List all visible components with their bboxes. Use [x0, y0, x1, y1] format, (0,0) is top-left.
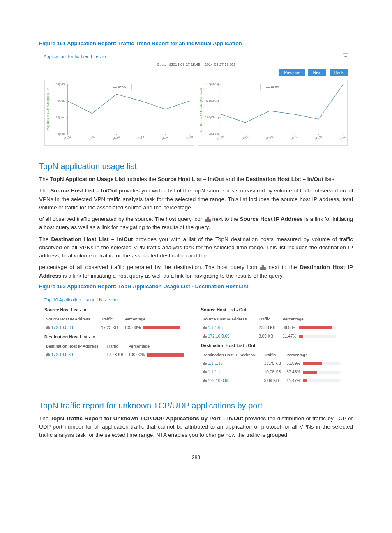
chart-panel-title: Application Traffic Trend - echo — [44, 54, 106, 59]
svg-text:60(bps): 60(bps) — [56, 83, 66, 86]
topn-app-p3: of all observed traffic generated by the… — [39, 215, 353, 232]
svg-text:0.15(Kbps): 0.15(Kbps) — [205, 83, 219, 86]
svg-text:16:00: 16:00 — [241, 135, 249, 140]
host-query-icon[interactable] — [203, 370, 207, 373]
svg-text:0.05(Kbps): 0.05(Kbps) — [205, 116, 219, 119]
table-panel-title: Top 10 Application Usage List - echo — [39, 294, 353, 305]
host-query-icon[interactable] — [203, 379, 207, 382]
svg-text:16:20: 16:20 — [137, 135, 145, 140]
svg-text:0.1(Kbps): 0.1(Kbps) — [206, 99, 219, 102]
host-query-icon[interactable] — [46, 326, 50, 329]
table-row: 172.10.0.69 17.23 KB 100.00% — [44, 350, 191, 359]
svg-text:Avg. Rate in 10 Minutes(bps)—I: Avg. Rate in 10 Minutes(bps)—In — [46, 88, 50, 131]
svg-text:16:40: 16:40 — [339, 135, 347, 140]
ip-link[interactable]: 172.10.0.69 — [51, 352, 73, 357]
table-row: 1.1.1.35 13.75 KB 51.09% — [201, 359, 348, 368]
dst-out-title: Destination Host List - Out — [201, 343, 348, 348]
svg-text:16:10: 16:10 — [112, 135, 120, 140]
host-query-icon[interactable] — [205, 217, 211, 222]
svg-text:16:30: 16:30 — [161, 135, 169, 140]
host-query-icon[interactable] — [260, 265, 266, 270]
src-out-table: Source Host IP AddressTrafficPercentage … — [201, 315, 348, 341]
ip-link[interactable]: 1.1.1.35 — [208, 361, 223, 366]
chart-subtitle: Custom(2014-08-27 15:45 -- 2014-08-27 16… — [39, 63, 353, 67]
table-row: 1.1.1.1 10.08 KB 37.45% — [201, 368, 348, 376]
src-in-title: Source Host List - In — [44, 307, 191, 312]
ip-link[interactable]: 172.10.0.69 — [208, 334, 230, 338]
table-row: 1.1.1.68 23.83 KB 88.53% — [201, 323, 348, 332]
chart-out: 0(Kbps)0.05(Kbps)0.1(Kbps)0.15(Kbps)15:5… — [198, 80, 348, 146]
topn-app-heading: TopN application usage list — [39, 162, 353, 171]
svg-text:15:50: 15:50 — [63, 135, 71, 140]
svg-text:16:40: 16:40 — [186, 135, 194, 140]
host-query-icon[interactable] — [203, 334, 207, 338]
previous-button[interactable]: Previous — [279, 69, 305, 76]
svg-text:16:10: 16:10 — [265, 135, 273, 140]
host-query-icon[interactable] — [203, 326, 207, 329]
svg-text:20(bps): 20(bps) — [56, 116, 66, 119]
table-row: 172.10.0.88 3.09 KB 11.47% — [201, 376, 348, 385]
figure-192-caption: Figure 192 Application Report: TopN Appl… — [39, 283, 353, 290]
table-row: 172.10.0.69 3.09 KB 11.47% — [201, 332, 348, 341]
svg-text:16:30: 16:30 — [314, 135, 322, 140]
chart-in: 0(bps)20(bps)40(bps)60(bps)15:5016:0016:… — [44, 80, 194, 146]
chart-panel: Application Traffic Trend - echo − Custo… — [39, 51, 353, 150]
dst-in-title: Destination Host List - In — [44, 334, 191, 339]
svg-text:16:20: 16:20 — [290, 135, 298, 140]
src-out-title: Source Host List - Out — [201, 307, 348, 312]
collapse-icon[interactable]: − — [343, 53, 348, 59]
topn-app-p2: The Source Host List – In/Out provides y… — [39, 187, 353, 212]
table-row: 172.10.0.88 17.23 KB 100.00% — [44, 323, 191, 332]
topn-tcp-p: The TopN Traffic Report for Unknown TCP/… — [39, 415, 353, 440]
next-button[interactable]: Next — [308, 69, 327, 76]
ip-link[interactable]: 1.1.1.1 — [208, 370, 221, 374]
topn-tcp-heading: TopN traffic report for unknown TCP/UDP … — [39, 401, 353, 410]
svg-text:0(Kbps): 0(Kbps) — [209, 132, 219, 136]
table-panel: Top 10 Application Usage List - echo Sou… — [39, 294, 353, 389]
ip-link[interactable]: 172.10.0.88 — [208, 378, 230, 383]
svg-text:16:00: 16:00 — [88, 135, 96, 140]
page-number: 288 — [39, 454, 353, 460]
back-button[interactable]: Back — [330, 69, 348, 76]
dst-out-table: Destination Host IP AddressTrafficPercen… — [201, 350, 348, 385]
dst-in-table: Destination Host IP AddressTrafficPercen… — [44, 342, 191, 359]
host-query-icon[interactable] — [203, 362, 207, 365]
ip-link[interactable]: 172.10.0.88 — [51, 325, 73, 330]
svg-text:15:50: 15:50 — [217, 135, 224, 140]
ip-link[interactable]: 1.1.1.68 — [208, 325, 223, 330]
svg-text:0(bps): 0(bps) — [57, 132, 65, 136]
topn-app-p4: The Destination Host List – In/Out provi… — [39, 235, 353, 260]
host-query-icon[interactable] — [46, 353, 50, 356]
figure-191-caption: Figure 191 Application Report: Traffic T… — [39, 40, 353, 46]
topn-app-p5: percentage of all observed traffic gener… — [39, 263, 353, 280]
svg-text:Avg. Rate in 10 Minutes(Kbps)—: Avg. Rate in 10 Minutes(Kbps)—Out — [200, 86, 203, 133]
topn-app-p1: The TopN Application Usage List includes… — [39, 175, 353, 183]
svg-text:40(bps): 40(bps) — [56, 99, 66, 102]
src-in-table: Source Host IP AddressTrafficPercentage … — [44, 315, 191, 332]
